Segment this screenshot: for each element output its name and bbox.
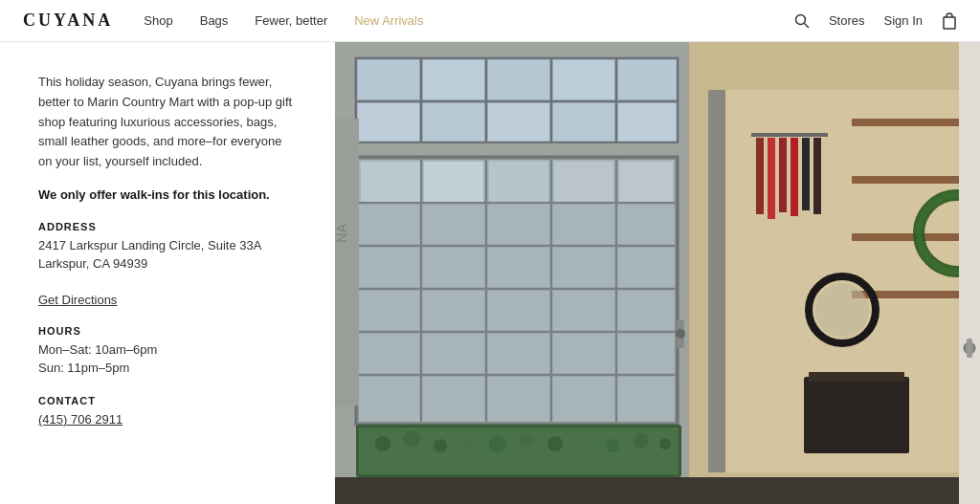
- address-label: ADDRESS: [38, 221, 297, 232]
- svg-point-73: [815, 283, 869, 337]
- svg-point-45: [403, 430, 420, 448]
- address-line2: Larkspur, CA 94939: [38, 254, 297, 274]
- svg-rect-63: [756, 138, 764, 214]
- svg-rect-60: [852, 176, 967, 184]
- search-icon[interactable]: [794, 13, 810, 29]
- site-header: CUYANA Shop Bags Fewer, better New Arriv…: [0, 0, 980, 42]
- store-image: NA: [335, 42, 980, 504]
- svg-line-1: [804, 23, 809, 28]
- nav-item-shop[interactable]: Shop: [144, 13, 172, 28]
- svg-rect-20: [423, 103, 484, 141]
- main-content: This holiday season, Cuyana brings fewer…: [0, 42, 980, 504]
- svg-rect-71: [809, 372, 904, 382]
- svg-point-48: [489, 436, 506, 453]
- svg-rect-68: [813, 138, 821, 214]
- svg-rect-56: [708, 90, 725, 472]
- svg-rect-65: [779, 138, 787, 212]
- svg-rect-2: [944, 17, 955, 29]
- svg-rect-38: [554, 162, 613, 202]
- svg-rect-59: [852, 119, 967, 126]
- header-left: CUYANA Shop Bags Fewer, better New Arriv…: [23, 11, 423, 31]
- address-line1: 2417 Larkspur Landing Circle, Suite 33A: [38, 236, 297, 255]
- svg-rect-17: [553, 60, 614, 99]
- address-section: ADDRESS 2417 Larkspur Landing Circle, Su…: [38, 221, 297, 274]
- svg-rect-81: [967, 339, 972, 358]
- svg-point-53: [634, 433, 649, 449]
- svg-point-47: [461, 434, 477, 449]
- nav-item-bags[interactable]: Bags: [200, 13, 229, 28]
- store-description: This holiday season, Cuyana brings fewer…: [38, 73, 297, 172]
- svg-rect-16: [488, 60, 549, 99]
- svg-rect-55: [335, 477, 980, 504]
- svg-rect-67: [802, 138, 810, 210]
- svg-rect-77: [959, 42, 980, 504]
- svg-rect-22: [553, 103, 614, 141]
- svg-rect-69: [751, 133, 828, 137]
- walk-ins-notice: We only offer walk-ins for this location…: [38, 187, 297, 202]
- svg-rect-61: [852, 233, 967, 241]
- svg-rect-15: [423, 60, 484, 99]
- svg-rect-78: [335, 119, 359, 405]
- svg-point-54: [659, 438, 671, 449]
- store-image-panel: NA: [335, 42, 980, 504]
- svg-point-50: [547, 436, 563, 451]
- signin-link[interactable]: Sign In: [884, 13, 923, 28]
- main-nav: Shop Bags Fewer, better New Arrivals: [144, 13, 423, 28]
- svg-rect-39: [619, 162, 673, 202]
- svg-rect-66: [791, 138, 798, 216]
- contact-label: CONTACT: [38, 395, 297, 406]
- svg-point-0: [795, 14, 805, 24]
- svg-point-44: [375, 436, 390, 451]
- svg-rect-36: [424, 162, 483, 202]
- hours-line2: Sun: 11pm–5pm: [38, 359, 297, 378]
- svg-rect-14: [358, 60, 419, 99]
- svg-rect-64: [768, 138, 775, 219]
- hours-section: HOURS Mon–Sat: 10am–6pm Sun: 11pm–5pm: [38, 325, 297, 378]
- svg-rect-21: [488, 103, 549, 141]
- svg-point-41: [676, 329, 685, 339]
- svg-point-52: [606, 439, 619, 452]
- phone-link[interactable]: (415) 706 2911: [38, 412, 122, 427]
- svg-text:NA: NA: [335, 224, 349, 243]
- svg-rect-35: [361, 162, 420, 202]
- hours-line1: Mon–Sat: 10am–6pm: [38, 340, 297, 360]
- svg-point-46: [434, 439, 447, 452]
- nav-item-new-arrivals[interactable]: New Arrivals: [354, 13, 423, 28]
- site-logo[interactable]: CUYANA: [23, 11, 113, 31]
- contact-section: CONTACT (415) 706 2911: [38, 395, 297, 427]
- svg-rect-23: [618, 103, 676, 141]
- header-right: Stores Sign In: [794, 12, 957, 30]
- store-info-panel: This holiday season, Cuyana brings fewer…: [0, 42, 335, 504]
- svg-rect-70: [804, 377, 909, 453]
- nav-item-fewer-better[interactable]: Fewer, better: [255, 13, 327, 28]
- svg-rect-37: [489, 162, 548, 202]
- get-directions-link[interactable]: Get Directions: [38, 293, 117, 307]
- bag-icon[interactable]: [942, 12, 957, 30]
- svg-rect-19: [358, 103, 419, 141]
- svg-point-49: [520, 433, 533, 447]
- svg-point-51: [575, 433, 592, 450]
- hours-label: HOURS: [38, 325, 297, 337]
- stores-link[interactable]: Stores: [829, 13, 865, 28]
- svg-rect-18: [618, 60, 676, 99]
- directions-section: Get Directions: [38, 291, 297, 308]
